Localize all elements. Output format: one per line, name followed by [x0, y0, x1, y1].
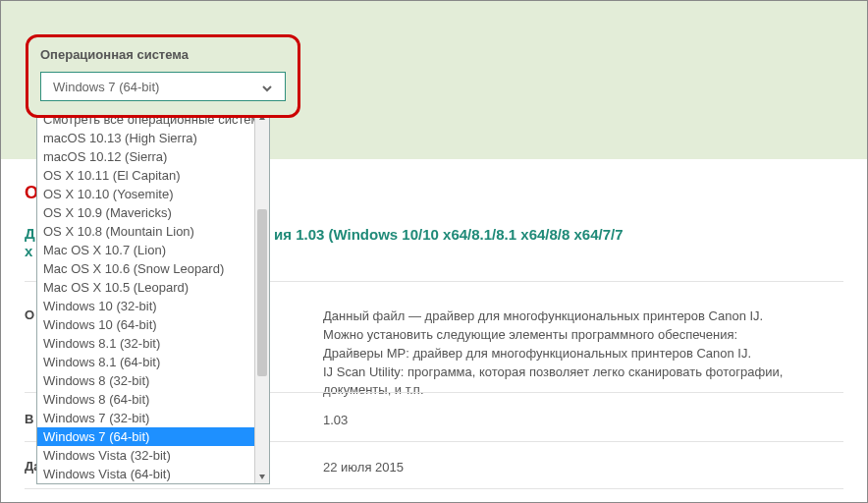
driver-title: ия 1.03 (Windows 10/10 x64/8.1/8.1 x64/8… — [274, 225, 843, 245]
os-option[interactable]: Windows 10 (64-bit) — [37, 315, 269, 334]
os-selector-value: Windows 7 (64-bit) — [53, 80, 159, 94]
os-dropdown-list[interactable]: Смотреть все операционные системыmacOS 1… — [36, 109, 270, 484]
os-selector[interactable]: Windows 7 (64-bit) — [40, 72, 286, 101]
os-option[interactable]: macOS 10.13 (High Sierra) — [37, 129, 269, 147]
os-option[interactable]: Windows 8.1 (32-bit) — [37, 334, 269, 353]
truncated-heading-x: x — [25, 243, 32, 259]
chevron-down-icon — [261, 81, 273, 92]
os-option[interactable]: macOS 10.12 (Sierra) — [37, 147, 269, 166]
scroll-thumb[interactable] — [257, 209, 267, 376]
os-option[interactable]: Windows 7 (32-bit) — [37, 409, 269, 427]
version-value: 1.03 — [323, 412, 843, 430]
os-option[interactable]: OS X 10.9 (Mavericks) — [37, 203, 269, 222]
os-option[interactable]: Windows Vista (32-bit) — [37, 446, 269, 465]
os-option[interactable]: Mac OS X 10.5 (Leopard) — [37, 278, 269, 297]
os-selector-container: Операционная система Windows 7 (64-bit) — [26, 34, 300, 118]
scroll-track[interactable] — [255, 125, 269, 469]
os-option[interactable]: Windows 7 (64-bit) — [37, 427, 269, 446]
truncated-heading-d: Д — [25, 225, 35, 242]
divider — [25, 488, 843, 489]
os-option[interactable]: Mac OS X 10.7 (Lion) — [37, 241, 269, 259]
os-option[interactable]: OS X 10.8 (Mountain Lion) — [37, 222, 269, 241]
os-option[interactable]: OS X 10.10 (Yosemite) — [37, 185, 269, 203]
os-option[interactable]: Windows 8 (64-bit) — [37, 390, 269, 409]
description-value: Данный файл — драйвер для многофункциона… — [323, 307, 843, 400]
os-selector-label: Операционная система — [40, 47, 286, 62]
scroll-down-icon[interactable] — [255, 469, 269, 483]
os-option[interactable]: Windows Vista (64-bit) — [37, 465, 269, 483]
os-option[interactable]: Mac OS X 10.6 (Snow Leopard) — [37, 259, 269, 278]
os-option[interactable]: Windows 8.1 (64-bit) — [37, 353, 269, 371]
os-option[interactable]: Windows 8 (32-bit) — [37, 371, 269, 390]
release-date-value: 22 июля 2015 — [323, 459, 843, 477]
dropdown-scrollbar[interactable] — [254, 110, 269, 483]
svg-marker-1 — [259, 475, 265, 479]
os-option[interactable]: OS X 10.11 (El Capitan) — [37, 166, 269, 185]
os-option[interactable]: Windows 10 (32-bit) — [37, 297, 269, 315]
